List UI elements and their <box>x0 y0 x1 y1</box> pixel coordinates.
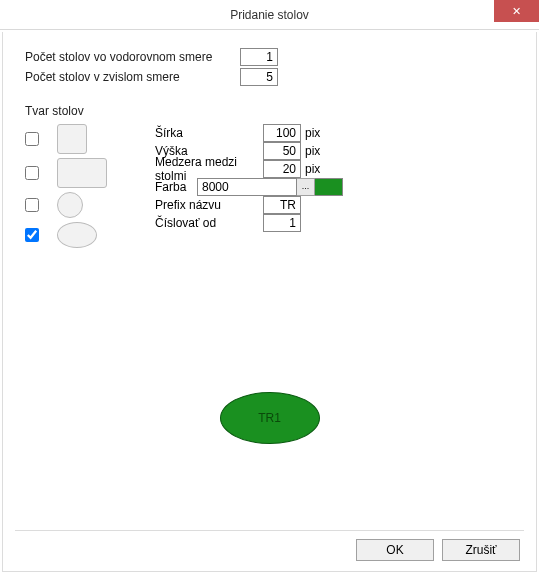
numfrom-input[interactable] <box>263 214 301 232</box>
vert-count-label: Počet stolov v zvislom smere <box>25 70 240 84</box>
prefix-input[interactable] <box>263 196 301 214</box>
cancel-button[interactable]: Zrušiť <box>442 539 520 561</box>
height-unit: pix <box>305 144 320 158</box>
dialog-content: Počet stolov vo vodorovnom smere Počet s… <box>2 32 537 572</box>
shape-section-label: Tvar stolov <box>25 104 514 118</box>
height-input[interactable] <box>263 142 301 160</box>
shape-square-icon <box>57 124 87 154</box>
vert-count-input[interactable] <box>240 68 278 86</box>
titlebar: Pridanie stolov ✕ <box>0 0 539 30</box>
shape-circle-icon <box>57 192 83 218</box>
shape-ellipse-icon <box>57 222 97 248</box>
prefix-label: Prefix názvu <box>155 198 263 212</box>
gap-unit: pix <box>305 162 320 176</box>
shape-ellipse-checkbox[interactable] <box>25 228 39 242</box>
horiz-count-input[interactable] <box>240 48 278 66</box>
numfrom-label: Číslovať od <box>155 216 263 230</box>
shape-square-checkbox[interactable] <box>25 132 39 146</box>
window-title: Pridanie stolov <box>0 8 539 22</box>
color-value-field[interactable]: 8000 <box>197 178 297 196</box>
width-label: Šírka <box>155 126 263 140</box>
close-icon: ✕ <box>512 5 521 18</box>
ok-button[interactable]: OK <box>356 539 434 561</box>
shape-circle-checkbox[interactable] <box>25 198 39 212</box>
preview-table: TR1 <box>220 392 320 444</box>
close-button[interactable]: ✕ <box>494 0 539 22</box>
color-picker-button[interactable]: ... <box>297 178 315 196</box>
gap-input[interactable] <box>263 160 301 178</box>
color-label: Farba <box>155 180 197 194</box>
width-unit: pix <box>305 126 320 140</box>
button-bar: OK Zrušiť <box>356 539 520 561</box>
shape-rect-checkbox[interactable] <box>25 166 39 180</box>
color-swatch <box>315 178 343 196</box>
width-input[interactable] <box>263 124 301 142</box>
preview-table-label: TR1 <box>258 411 281 425</box>
shapes-column <box>25 124 155 252</box>
preview-area: TR1 <box>3 392 536 444</box>
shape-rect-icon <box>57 158 107 188</box>
horiz-count-label: Počet stolov vo vodorovnom smere <box>25 50 240 64</box>
properties-column: Šírka pix Výška pix Medzera medzi stolmi… <box>155 124 514 252</box>
divider <box>15 530 524 531</box>
